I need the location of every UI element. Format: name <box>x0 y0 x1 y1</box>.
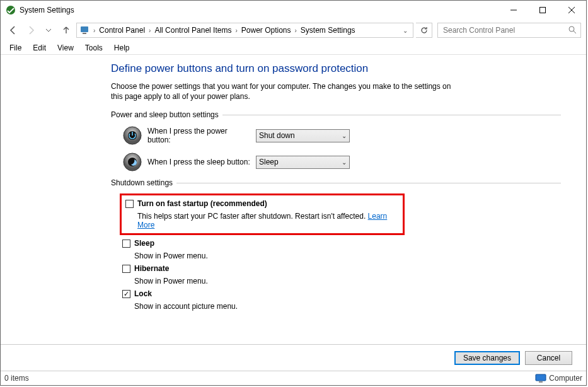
refresh-button[interactable] <box>416 23 432 38</box>
sleep-button-select[interactable]: Sleep⌄ <box>256 156 350 169</box>
content-pane: Define power buttons and turn on passwor… <box>1 55 586 344</box>
sleep-button-label: When I press the sleep button: <box>147 158 251 166</box>
breadcrumb-bar[interactable]: › Control Panel › All Control Panel Item… <box>76 23 413 38</box>
divider <box>176 183 561 183</box>
lock-option-title: Lock <box>134 289 152 298</box>
save-changes-button[interactable]: Save changes <box>454 351 520 365</box>
sleep-option-desc: Show in Power menu. <box>134 251 561 260</box>
cancel-button[interactable]: Cancel <box>525 351 572 365</box>
sleep-option-title: Sleep <box>134 239 154 248</box>
sleep-button-icon <box>122 152 142 172</box>
page-title: Define power buttons and turn on passwor… <box>111 62 561 75</box>
section-shutdown-label: Shutdown settings <box>111 178 173 187</box>
hibernate-checkbox[interactable] <box>122 265 130 273</box>
status-item-count: 0 items <box>4 374 29 383</box>
lock-option-desc: Show in account picture menu. <box>134 302 561 311</box>
nav-forward-button[interactable] <box>23 23 38 38</box>
fast-startup-title: Turn on fast startup (recommended) <box>137 199 267 208</box>
svg-rect-13 <box>536 374 546 381</box>
chevron-right-icon: › <box>294 27 298 34</box>
maximize-button[interactable] <box>528 1 557 20</box>
breadcrumb-item[interactable]: System Settings <box>301 26 355 35</box>
chevron-down-icon: ⌄ <box>342 159 347 166</box>
menu-help[interactable]: Help <box>109 42 135 54</box>
svg-rect-14 <box>539 381 543 383</box>
svg-rect-6 <box>83 33 86 34</box>
nav-recent-dropdown[interactable] <box>41 23 56 38</box>
svg-point-0 <box>6 6 15 14</box>
status-bar: 0 items Computer <box>1 371 586 385</box>
status-computer: Computer <box>535 374 582 383</box>
hibernate-option-desc: Show in Power menu. <box>134 277 561 286</box>
breadcrumb-item[interactable]: Control Panel <box>99 26 145 35</box>
svg-line-8 <box>574 31 576 33</box>
app-icon <box>6 5 16 15</box>
nav-back-button[interactable] <box>6 23 21 38</box>
search-icon <box>568 25 577 36</box>
power-button-icon <box>122 125 142 146</box>
menu-file[interactable]: File <box>4 42 26 54</box>
fast-startup-checkbox[interactable] <box>125 200 134 208</box>
address-dropdown[interactable]: ⌄ <box>400 27 410 34</box>
nav-up-button[interactable] <box>59 23 74 38</box>
footer-button-row: Save changes Cancel <box>1 344 586 371</box>
chevron-right-icon: › <box>147 27 152 34</box>
hibernate-option-title: Hibernate <box>134 264 169 273</box>
menu-view[interactable]: View <box>52 42 79 54</box>
breadcrumb-item[interactable]: All Control Panel Items <box>154 26 231 35</box>
menu-edit[interactable]: Edit <box>28 42 51 54</box>
minimize-button[interactable] <box>499 1 528 20</box>
menu-bar: File Edit View Tools Help <box>1 41 586 55</box>
section-power-sleep-label: Power and sleep button settings <box>111 110 219 119</box>
control-panel-icon <box>79 25 89 35</box>
monitor-icon <box>535 374 546 383</box>
lock-checkbox[interactable] <box>122 290 130 298</box>
breadcrumb-item[interactable]: Power Options <box>241 26 291 35</box>
menu-tools[interactable]: Tools <box>80 42 108 54</box>
highlighted-option: Turn on fast startup (recommended) This … <box>120 193 405 235</box>
chevron-right-icon: › <box>92 27 96 34</box>
nav-row: › Control Panel › All Control Panel Item… <box>1 20 586 41</box>
svg-point-7 <box>569 26 574 32</box>
chevron-down-icon: ⌄ <box>342 132 347 139</box>
page-description: Choose the power settings that you want … <box>111 81 464 101</box>
svg-rect-2 <box>540 8 546 13</box>
sleep-checkbox[interactable] <box>122 240 130 248</box>
svg-rect-5 <box>81 26 88 32</box>
fast-startup-desc: This helps start your PC faster after sh… <box>137 212 396 229</box>
close-button[interactable] <box>557 1 586 20</box>
power-button-label: When I press the power button: <box>147 127 251 144</box>
search-box[interactable] <box>437 23 581 38</box>
power-button-select[interactable]: Shut down⌄ <box>256 129 350 142</box>
window-title: System Settings <box>20 6 499 14</box>
titlebar: System Settings <box>1 1 586 20</box>
search-input[interactable] <box>442 25 568 35</box>
divider <box>222 115 561 115</box>
chevron-right-icon: › <box>234 27 238 34</box>
